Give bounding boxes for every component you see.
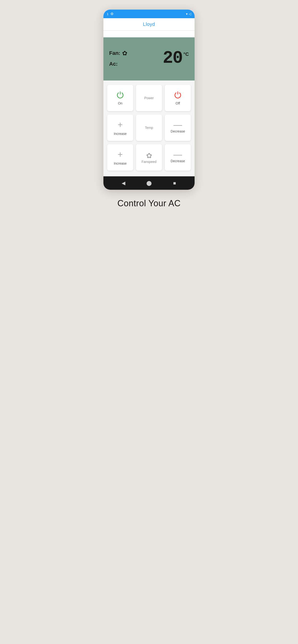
phone-frame: 1 ⚙ ▾ ◁ Lloyd Fan: ✿ Ac: 20 °C — [103, 10, 195, 190]
status-time: 1 — [107, 12, 108, 16]
bottom-text-section: Control Your AC — [117, 198, 181, 208]
app-title: Lloyd — [143, 22, 155, 27]
ac-label-row: Ac: — [109, 61, 127, 67]
controls-section: On Power Off + Increase Temp — [103, 80, 195, 176]
ac-label: Ac: — [109, 61, 117, 67]
nav-bar: ◀ ⬤ ■ — [103, 176, 195, 190]
fan-decrease-label: Decrease — [171, 159, 185, 163]
temp-label: Temp — [145, 126, 153, 130]
status-bar-left: 1 ⚙ — [107, 12, 113, 16]
fanspeed-center-display: ✿ Fanspeed — [136, 144, 162, 170]
fan-plus-icon: + — [117, 150, 123, 160]
bottom-title: Control Your AC — [117, 198, 181, 208]
wifi-icon: ▾ — [186, 12, 188, 16]
fanspeed-button-row: + Increase ✿ Fanspeed — Decrease — [107, 144, 191, 170]
power-on-icon — [116, 91, 124, 100]
temp-increase-button[interactable]: + Increase — [107, 114, 133, 141]
fan-decrease-button[interactable]: — Decrease — [165, 144, 191, 170]
home-button[interactable]: ⬤ — [144, 178, 154, 188]
temp-decrease-label: Decrease — [171, 130, 185, 133]
subtitle-bar — [103, 31, 195, 38]
off-label: Off — [176, 101, 180, 105]
power-label: Power — [144, 96, 154, 100]
fanspeed-icon: ✿ — [146, 152, 152, 160]
temperature-value: 20 — [163, 50, 182, 67]
temp-increase-label: Increase — [114, 132, 127, 136]
on-label: On — [118, 101, 123, 105]
power-center-display: Power — [136, 85, 162, 111]
status-icons: ▾ ◁ — [186, 12, 191, 16]
fan-label-row: Fan: ✿ — [109, 50, 127, 57]
plus-icon: + — [117, 120, 123, 130]
fanspeed-label: Fanspeed — [141, 160, 157, 164]
app-bar: Lloyd — [103, 18, 195, 31]
status-bar: 1 ⚙ ▾ ◁ — [103, 10, 195, 18]
temperature-display: 20 °C — [163, 50, 189, 67]
power-button-row: On Power Off — [107, 85, 191, 111]
recent-button[interactable]: ■ — [170, 178, 180, 188]
ac-labels: Fan: ✿ Ac: — [109, 50, 127, 67]
minus-icon: — — [174, 122, 182, 128]
gear-icon: ⚙ — [110, 12, 113, 16]
fan-icon-display: ✿ — [122, 50, 127, 57]
off-button[interactable]: Off — [165, 85, 191, 111]
temp-decrease-button[interactable]: — Decrease — [165, 114, 191, 141]
fan-minus-icon: — — [174, 152, 182, 157]
power-off-icon — [174, 91, 182, 100]
on-button[interactable]: On — [107, 85, 133, 111]
temperature-unit: °C — [184, 52, 189, 57]
temp-center-display: Temp — [136, 114, 162, 141]
fan-increase-button[interactable]: + Increase — [107, 144, 133, 170]
temp-button-row: + Increase Temp — Decrease — [107, 114, 191, 141]
ac-display-panel: Fan: ✿ Ac: 20 °C — [103, 38, 195, 80]
back-button[interactable]: ◀ — [118, 178, 128, 188]
fan-increase-label: Increase — [114, 162, 127, 165]
signal-icon: ◁ — [189, 12, 191, 16]
fan-label: Fan: — [109, 50, 120, 56]
